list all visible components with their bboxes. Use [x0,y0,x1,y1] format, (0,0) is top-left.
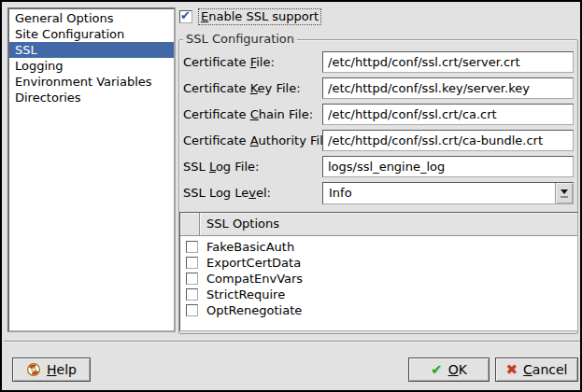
button-area-separator [4,341,582,343]
ssl-options-table: SSL Options FakeBasicAuth ExportCertData… [179,212,578,331]
options-checkbox-column-header[interactable] [180,213,200,236]
help-button[interactable]: Help [12,357,91,382]
ssl-option-row-compatenvvars[interactable]: CompatEnvVars [180,271,577,287]
ok-button-label: OK [448,362,467,377]
sidebar-item-environment-variables[interactable]: Environment Variables [9,74,174,90]
certificate-chain-file-input[interactable] [322,104,574,125]
enable-ssl-label[interactable]: Enable SSL support [198,8,321,25]
sidebar-item-site-configuration[interactable]: Site Configuration [9,26,174,42]
ssl-options-table-body: FakeBasicAuth ExportCertData CompatEnvVa… [180,236,577,318]
sidebar-item-general-options[interactable]: General Options [9,10,174,26]
certificate-authority-file-input[interactable] [322,130,574,151]
certificate-key-file-row: Certificate Key File: [183,77,579,99]
ssl-log-file-row: SSL Log File: [183,156,579,177]
certificate-key-file-input[interactable] [322,77,574,99]
sidebar-item-directories[interactable]: Directories [9,90,174,105]
ssl-log-level-label: SSL Log Level: [183,182,271,203]
compatenvvars-label: CompatEnvVars [198,272,303,286]
enable-ssl-checkbox[interactable] [179,10,192,23]
certificate-authority-file-row: Certificate Authority File: [183,130,579,151]
certificate-authority-file-label: Certificate Authority File: [183,130,334,151]
sidebar-item-ssl[interactable]: SSL [9,42,174,58]
ok-button[interactable]: ✔ OK [408,357,490,382]
httpd-ssl-config-window: General Options Site Configuration SSL L… [0,0,582,392]
chevron-down-icon-bar [561,196,568,198]
cancel-button-label: Cancel [523,362,567,377]
compatenvvars-checkbox[interactable] [186,273,198,285]
certificate-chain-file-label: Certificate Chain File: [183,104,313,125]
optrenegotiate-label: OptRenegotiate [198,303,302,317]
ssl-option-row-exportcertdata[interactable]: ExportCertData [180,255,577,271]
help-button-label: Help [47,362,77,377]
fakebasicauth-checkbox[interactable] [186,241,198,253]
ssl-log-level-value: Info [323,183,555,203]
exportcertdata-label: ExportCertData [198,256,301,270]
enable-ssl-row: Enable SSL support [179,8,321,25]
certificate-file-row: Certificate File: [183,51,579,73]
category-list: General Options Site Configuration SSL L… [7,7,176,332]
strictrequire-label: StrictRequire [198,287,285,301]
optrenegotiate-checkbox[interactable] [186,304,198,316]
certificate-chain-file-row: Certificate Chain File: [183,104,579,125]
ssl-log-file-label: SSL Log File: [183,156,259,177]
ssl-option-row-fakebasicauth[interactable]: FakeBasicAuth [180,239,577,255]
cancel-button[interactable]: ✖ Cancel [495,357,578,382]
chevron-down-icon [561,189,568,194]
ssl-log-level-dropdown-button[interactable] [555,183,573,203]
ssl-options-table-header: SSL Options [180,213,577,236]
ssl-log-level-select[interactable]: Info [322,182,574,204]
ssl-configuration-frame-title: SSL Configuration [183,32,297,46]
check-icon: ✔ [431,363,443,377]
sidebar-item-logging[interactable]: Logging [9,58,174,74]
certificate-file-label: Certificate File: [183,51,275,73]
ssl-option-row-strictrequire[interactable]: StrictRequire [180,287,577,302]
x-icon: ✖ [505,363,518,377]
ssl-option-row-optrenegotiate[interactable]: OptRenegotiate [180,302,577,318]
lifebuoy-icon [26,362,41,377]
strictrequire-checkbox[interactable] [186,288,198,301]
options-column-header[interactable]: SSL Options [200,213,577,236]
ssl-log-level-row: SSL Log Level: Info [183,182,579,203]
certificate-key-file-label: Certificate Key File: [183,77,301,99]
certificate-file-input[interactable] [322,51,574,73]
fakebasicauth-label: FakeBasicAuth [198,240,294,254]
exportcertdata-checkbox[interactable] [186,257,198,269]
ssl-log-file-input[interactable] [322,156,574,177]
